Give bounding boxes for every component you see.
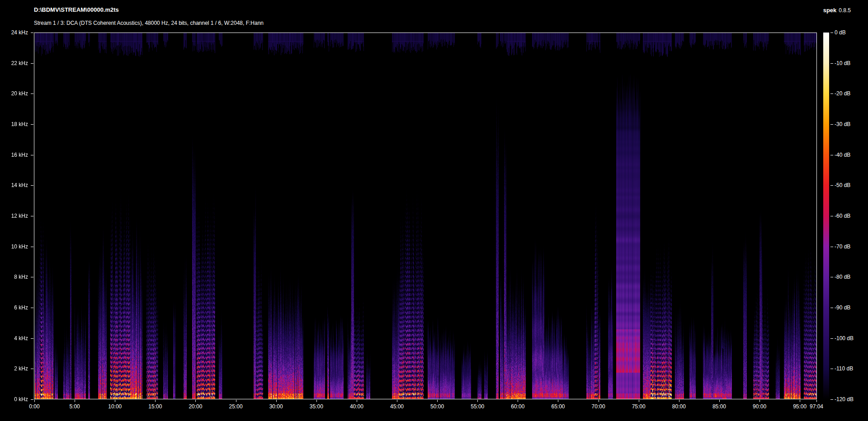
db-tick-label: 0 dB — [835, 29, 846, 36]
db-tick-label: -30 dB — [835, 121, 850, 127]
freq-tick-label: 4 kHz — [0, 335, 28, 341]
freq-tick-mark — [31, 216, 33, 216]
time-tick-mark — [276, 400, 277, 402]
freq-tick-label: 6 kHz — [0, 304, 28, 311]
freq-tick-mark — [31, 247, 33, 247]
time-tick-mark — [236, 400, 236, 402]
time-tick-label: 90:00 — [753, 403, 766, 410]
time-tick-label: 85:00 — [712, 403, 726, 410]
freq-tick-mark — [31, 308, 33, 308]
db-tick-label: -100 dB — [835, 335, 854, 341]
time-tick-mark — [437, 400, 438, 402]
app-version: 0.8.5 — [839, 7, 851, 14]
db-tick-mark — [830, 277, 833, 277]
freq-tick-label: 16 kHz — [0, 152, 28, 158]
time-tick-mark — [518, 400, 518, 402]
time-tick-label: 40:00 — [350, 403, 363, 410]
time-tick-label: 60:00 — [511, 403, 524, 410]
db-tick-label: -40 dB — [835, 152, 850, 158]
freq-tick-label: 24 kHz — [0, 29, 28, 36]
stream-info: Stream 1 / 3: DCA (DTS Coherent Acoustic… — [34, 20, 264, 26]
freq-tick-mark — [31, 369, 33, 369]
time-tick-mark — [195, 400, 196, 402]
db-tick-mark — [830, 185, 833, 186]
time-tick-label: 55:00 — [471, 403, 484, 410]
db-tick-label: -110 dB — [835, 365, 853, 372]
time-tick-mark — [155, 400, 156, 402]
db-tick-mark — [830, 338, 833, 339]
time-tick-label: 0:00 — [29, 403, 39, 410]
time-tick-label: 80:00 — [672, 403, 686, 410]
db-tick-label: -60 dB — [835, 213, 850, 219]
time-tick-label: 97:04 — [810, 403, 823, 410]
db-tick-label: -70 dB — [835, 243, 850, 250]
time-tick-label: 75:00 — [632, 403, 646, 410]
time-tick-mark — [397, 400, 397, 402]
db-tick-mark — [830, 247, 833, 247]
freq-tick-label: 22 kHz — [0, 60, 28, 66]
freq-tick-label: 12 kHz — [0, 213, 28, 219]
time-tick-label: 95:00 — [793, 403, 807, 410]
db-tick-label: -10 dB — [835, 60, 850, 66]
freq-tick-label: 18 kHz — [0, 121, 28, 127]
time-tick-mark — [760, 400, 760, 402]
time-tick-label: 20:00 — [189, 403, 202, 410]
time-tick-label: 65:00 — [551, 403, 565, 410]
time-tick-label: 10:00 — [108, 403, 122, 410]
freq-tick-label: 10 kHz — [0, 243, 28, 250]
freq-tick-mark — [31, 63, 33, 64]
time-tick-label: 45:00 — [390, 403, 404, 410]
freq-tick-mark — [31, 94, 33, 94]
time-tick-label: 50:00 — [430, 403, 444, 410]
spectrogram-canvas — [34, 33, 816, 399]
time-tick-mark — [679, 400, 679, 402]
time-tick-label: 25:00 — [229, 403, 243, 410]
db-tick-label: -50 dB — [835, 182, 850, 188]
time-tick-mark — [558, 400, 558, 402]
freq-tick-label: 8 kHz — [0, 274, 28, 280]
app-brand: spek0.8.5 — [823, 7, 851, 14]
freq-tick-label: 14 kHz — [0, 182, 28, 188]
freq-tick-mark — [31, 338, 33, 339]
app-name: spek — [823, 7, 837, 14]
time-tick-mark — [639, 400, 639, 402]
db-tick-mark — [830, 33, 833, 33]
time-tick-mark — [599, 400, 599, 402]
time-tick-mark — [800, 400, 800, 402]
time-tick-label: 5:00 — [69, 403, 80, 410]
file-path: D:\BDMV\STREAM\00000.m2ts — [34, 6, 119, 13]
time-tick-mark — [357, 400, 357, 402]
time-tick-label: 30:00 — [269, 403, 283, 410]
db-tick-label: -90 dB — [835, 304, 850, 311]
time-tick-mark — [477, 400, 478, 402]
db-tick-mark — [830, 94, 833, 94]
db-tick-mark — [830, 308, 833, 308]
time-tick-mark — [816, 400, 817, 402]
time-tick-mark — [719, 400, 720, 402]
time-tick-label: 15:00 — [148, 403, 162, 410]
legend-gradient-bar — [823, 33, 829, 399]
db-tick-mark — [830, 399, 833, 400]
db-tick-mark — [830, 369, 833, 369]
time-tick-label: 70:00 — [592, 403, 605, 410]
time-tick-mark — [115, 400, 115, 402]
db-tick-label: -120 dB — [835, 396, 854, 402]
db-tick-label: -80 dB — [835, 274, 850, 280]
db-tick-label: -20 dB — [835, 90, 850, 97]
time-tick-mark — [316, 400, 317, 402]
db-tick-mark — [830, 124, 833, 125]
db-tick-mark — [830, 216, 833, 216]
time-tick-mark — [75, 400, 75, 402]
freq-tick-mark — [31, 155, 33, 155]
freq-tick-mark — [31, 399, 33, 400]
freq-tick-mark — [31, 33, 33, 33]
spek-window: D:\BDMV\STREAM\00000.m2ts spek0.8.5 Stre… — [0, 0, 868, 421]
spectrogram-plot — [34, 33, 817, 399]
freq-tick-label: 2 kHz — [0, 365, 28, 372]
time-tick-mark — [34, 400, 35, 402]
freq-tick-label: 0 kHz — [0, 396, 28, 402]
freq-tick-label: 20 kHz — [0, 90, 28, 97]
time-tick-label: 35:00 — [310, 403, 323, 410]
freq-tick-mark — [31, 277, 33, 277]
db-tick-mark — [830, 155, 833, 155]
